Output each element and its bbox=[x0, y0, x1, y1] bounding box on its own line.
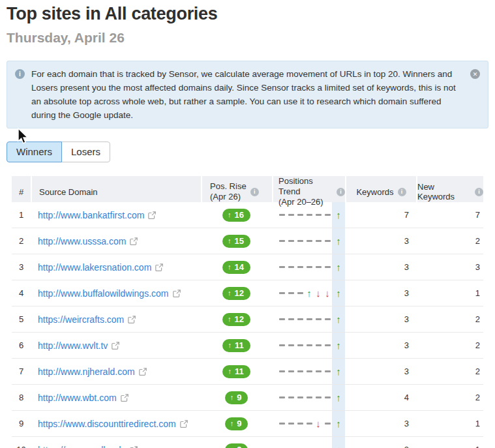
trend-dash-icon bbox=[314, 254, 323, 280]
domain-link[interactable]: http://www.usssa.com bbox=[38, 236, 126, 246]
pos-rise-cell: ↑9 bbox=[201, 437, 272, 448]
trend-dash-icon bbox=[305, 254, 314, 280]
positions-trend-cell: ↑ bbox=[272, 202, 345, 228]
trend-dash-icon bbox=[277, 254, 286, 280]
trend-dash-icon bbox=[323, 385, 332, 410]
keywords-cell: 3 bbox=[345, 437, 416, 448]
trend-up-arrow-icon: ↑ bbox=[332, 202, 345, 228]
table-row: 5https://weircrafts.com↑12↑32 bbox=[12, 306, 483, 333]
page: Top sites in All categories Thursday, Ap… bbox=[0, 0, 495, 448]
top-sites-table: # Source Domain Pos. Rise (Apr 26) i Pos… bbox=[12, 176, 483, 448]
external-link-icon[interactable] bbox=[155, 263, 163, 271]
pos-rise-badge: ↑12 bbox=[222, 287, 250, 300]
table-row: 2http://www.usssa.com↑15↑32 bbox=[12, 228, 483, 254]
trend-up-arrow-icon: ↑ bbox=[332, 385, 345, 410]
trend-up-arrow-icon: ↑ bbox=[332, 228, 345, 254]
positions-trend-cell: ↓↑ bbox=[272, 411, 345, 436]
info-icon[interactable]: i bbox=[337, 188, 345, 196]
new-keywords-cell: 7 bbox=[416, 202, 483, 228]
keywords-cell: 3 bbox=[345, 254, 416, 280]
domain-link[interactable]: http://www.buffalowildwings.com bbox=[38, 288, 169, 299]
pos-rise-badge: ↑9 bbox=[225, 443, 248, 448]
external-link-icon[interactable] bbox=[148, 211, 156, 219]
pos-rise-cell: ↑11 bbox=[201, 333, 272, 358]
new-keywords-cell: 2 bbox=[416, 306, 483, 332]
table-row: 6http://www.wvlt.tv↑11↑32 bbox=[12, 333, 483, 359]
up-arrow-icon: ↑ bbox=[228, 314, 232, 324]
trend-dash-icon bbox=[323, 411, 332, 436]
trend-dash-icon bbox=[286, 254, 295, 280]
trend-dash-icon bbox=[314, 385, 323, 410]
table-row: 4http://www.buffalowildwings.com↑12↑↓↓↑3… bbox=[12, 280, 483, 306]
domain-link[interactable]: http://www.wvlt.tv bbox=[38, 340, 108, 351]
domain-cell: http://www.wbt.com bbox=[31, 385, 201, 410]
trend-up-arrow-icon: ↑ bbox=[332, 359, 345, 384]
keywords-cell: 3 bbox=[345, 333, 416, 358]
keywords-cell: 3 bbox=[345, 411, 416, 436]
column-label: New Keywords bbox=[417, 182, 471, 202]
domain-link[interactable]: http://www.wbt.com bbox=[38, 393, 117, 403]
table-row: 3http://www.lakersnation.com↑14↑33 bbox=[12, 254, 483, 280]
pos-rise-cell: ↑12 bbox=[201, 306, 272, 332]
up-arrow-icon: ↑ bbox=[228, 366, 232, 376]
trend-dash-icon bbox=[286, 306, 295, 332]
pos-rise-badge: ↑14 bbox=[222, 261, 250, 274]
external-link-icon[interactable] bbox=[112, 342, 119, 350]
trend-down-arrow-icon: ↓ bbox=[314, 411, 323, 436]
external-link-icon[interactable] bbox=[139, 368, 147, 376]
new-keywords-cell: 2 bbox=[416, 333, 483, 358]
external-link-icon[interactable] bbox=[130, 237, 138, 245]
domain-link[interactable]: https://weircrafts.com bbox=[38, 314, 124, 325]
new-keywords-cell: 1 bbox=[416, 280, 483, 306]
rank-cell: 8 bbox=[12, 385, 31, 410]
domain-cell: http://www.wvlt.tv bbox=[31, 333, 201, 358]
trend-dash-icon bbox=[295, 333, 305, 358]
positions-trend-cell: ↑ bbox=[272, 359, 345, 384]
trend-dash-icon bbox=[277, 437, 286, 448]
table-header: # Source Domain Pos. Rise (Apr 26) i Pos… bbox=[12, 176, 483, 202]
tab-winners[interactable]: Winners bbox=[7, 142, 62, 162]
domain-link[interactable]: http://www.lakersnation.com bbox=[38, 262, 151, 273]
up-arrow-icon: ↑ bbox=[230, 445, 234, 448]
domain-link[interactable]: https://www.discounttiredirect.com bbox=[38, 419, 176, 429]
trend-dash-icon bbox=[305, 359, 314, 384]
external-link-icon[interactable] bbox=[180, 420, 188, 428]
up-arrow-icon: ↑ bbox=[230, 393, 234, 402]
trend-up-arrow-icon: ↑ bbox=[332, 280, 345, 306]
new-keywords-cell: 1 bbox=[416, 437, 483, 448]
info-icon[interactable]: i bbox=[250, 188, 259, 196]
trend-dash-icon bbox=[314, 306, 323, 332]
trend-dash-icon bbox=[295, 228, 305, 254]
trend-dash-icon bbox=[277, 280, 286, 306]
trend-dash-icon bbox=[277, 306, 286, 332]
pos-rise-badge: ↑11 bbox=[222, 365, 250, 378]
trend-dash-icon bbox=[314, 228, 323, 254]
domain-link[interactable]: http://www.bankatfirst.com bbox=[38, 210, 144, 220]
trend-dash-icon bbox=[323, 228, 332, 254]
rank-cell: 4 bbox=[12, 280, 31, 306]
external-link-icon[interactable] bbox=[128, 316, 136, 323]
table-row: 8http://www.wbt.com↑9↑42 bbox=[12, 385, 483, 411]
rank-cell: 6 bbox=[12, 333, 31, 358]
pos-rise-badge: ↑16 bbox=[222, 209, 250, 222]
external-link-icon[interactable] bbox=[173, 290, 181, 297]
rank-cell: 7 bbox=[12, 359, 31, 384]
info-icon[interactable]: i bbox=[475, 188, 483, 196]
domain-link[interactable]: https://www.csulb.edu bbox=[38, 445, 126, 448]
positions-trend-cell: ↑ bbox=[272, 254, 345, 280]
external-link-icon[interactable] bbox=[121, 394, 128, 402]
trend-dash-icon bbox=[323, 202, 332, 228]
keywords-cell: 3 bbox=[345, 359, 416, 384]
info-icon[interactable]: i bbox=[398, 188, 406, 196]
domain-cell: https://www.discounttiredirect.com bbox=[31, 411, 201, 436]
trend-dash-icon bbox=[277, 228, 286, 254]
domain-link[interactable]: http://www.njherald.com bbox=[38, 366, 135, 377]
close-icon[interactable]: ✕ bbox=[470, 69, 480, 79]
external-link-icon[interactable] bbox=[130, 446, 138, 448]
trend-up-arrow-icon: ↑ bbox=[332, 254, 345, 280]
trend-dash-icon bbox=[314, 202, 323, 228]
trend-dash-icon bbox=[295, 202, 305, 228]
column-label: Pos. Rise (Apr 26) bbox=[210, 181, 247, 202]
tab-losers[interactable]: Losers bbox=[61, 142, 110, 162]
info-banner-text: For each domain that is tracked by Senso… bbox=[25, 67, 470, 122]
